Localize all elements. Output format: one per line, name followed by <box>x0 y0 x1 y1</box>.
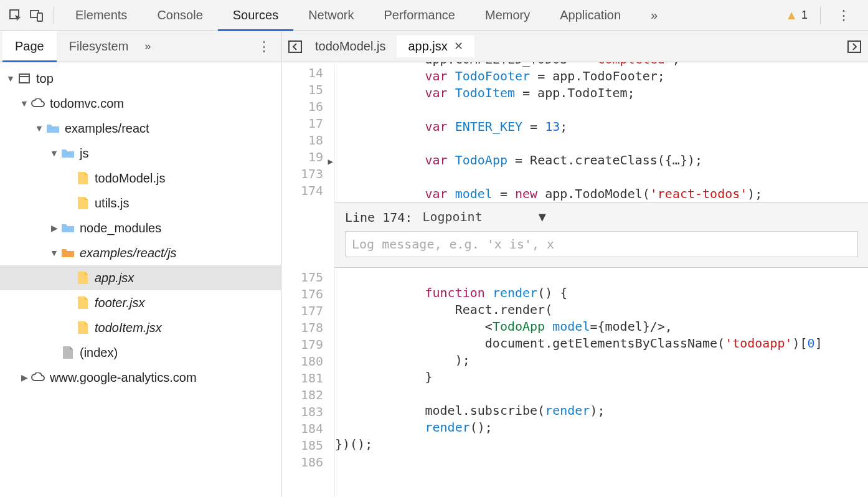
breakpoint-type-select[interactable]: Logpoint ▼ <box>422 209 545 225</box>
document-icon <box>60 346 76 359</box>
file-tree: ▼ top ▼ todomvc.com ▼ exa <box>0 62 281 497</box>
tree-label: app.jsx <box>95 271 134 285</box>
tab-network[interactable]: Network <box>293 0 369 31</box>
show-debugger-icon[interactable] <box>846 36 863 57</box>
tree-node-file[interactable]: todoItem.jsx <box>0 315 281 340</box>
svg-rect-3 <box>19 74 29 83</box>
cloud-icon <box>30 98 46 108</box>
warnings-badge[interactable]: ▲ 1 <box>785 8 808 22</box>
tree-label: examples/react/js <box>80 246 177 260</box>
frame-icon <box>16 72 32 85</box>
more-tabs-icon[interactable]: » <box>636 0 672 31</box>
disclosure-icon[interactable]: ▶ <box>49 223 60 233</box>
tree-node-folder[interactable]: ▼ js <box>0 141 281 166</box>
navigator-tab-filesystem[interactable]: Filesystem <box>57 31 141 62</box>
line-number[interactable]: 180 <box>281 353 323 370</box>
device-toggle-icon[interactable] <box>26 5 47 26</box>
tab-performance[interactable]: Performance <box>369 0 471 31</box>
tree-label: top <box>36 72 54 86</box>
line-number[interactable]: 16 <box>281 98 323 115</box>
logpoint-header: Line 174: Logpoint ▼ <box>345 209 858 225</box>
close-icon[interactable]: ✕ <box>454 39 463 53</box>
code-line: <TodoApp model={model}/>, <box>335 318 868 335</box>
tab-application[interactable]: Application <box>545 0 636 31</box>
tree-node-domain[interactable]: ▶ www.google-analytics.com <box>0 365 281 390</box>
line-number[interactable]: 14 <box>281 65 323 82</box>
line-number[interactable]: 181 <box>281 370 323 387</box>
code-line: var model = new app.TodoModel('react-tod… <box>335 186 868 202</box>
code-line <box>335 453 868 470</box>
line-number[interactable]: 177 <box>281 303 323 320</box>
logpoint-message-input[interactable] <box>345 231 858 257</box>
warning-count: 1 <box>801 9 808 22</box>
jsx-file-icon <box>75 321 91 334</box>
tree-node-file[interactable]: (index) <box>0 340 281 365</box>
line-number[interactable]: 175 <box>281 269 323 286</box>
breakpoint-type-value: Logpoint <box>422 209 482 224</box>
chevron-down-icon: ▼ <box>539 209 546 224</box>
line-number[interactable]: 182 <box>281 387 323 404</box>
sourcemap-folder-icon <box>60 247 76 258</box>
tree-node-file[interactable]: app.jsx <box>0 265 281 290</box>
tab-console[interactable]: Console <box>142 0 217 31</box>
tree-label: footer.jsx <box>95 296 144 310</box>
more-navigator-tabs-icon[interactable]: » <box>144 40 151 53</box>
line-number[interactable]: 183 <box>281 404 323 420</box>
tab-elements[interactable]: Elements <box>60 0 142 31</box>
navigator-menu-icon[interactable]: ⋮ <box>247 39 281 55</box>
line-number[interactable]: 178 <box>281 320 323 336</box>
code-line: function render() { <box>335 285 868 301</box>
toolbar-status-area: ▲ 1 ⋮ <box>785 7 863 24</box>
fold-icon[interactable]: ▶ <box>323 153 333 170</box>
code-line: app.COMPLETED_TODOS = 'completed'; <box>335 62 868 68</box>
tree-label: todoModel.js <box>95 171 165 186</box>
line-number[interactable]: 174 <box>281 182 323 199</box>
navigator-tabs: Page Filesystem » ⋮ <box>0 31 281 62</box>
line-number[interactable]: 185 <box>281 437 323 454</box>
tree-label: js <box>80 146 88 161</box>
line-number[interactable]: 15 <box>281 82 323 98</box>
line-number[interactable]: 18 <box>281 132 323 149</box>
disclosure-icon[interactable]: ▼ <box>49 248 60 258</box>
tab-sources[interactable]: Sources <box>218 0 293 31</box>
inspect-icon[interactable] <box>5 5 26 26</box>
file-tab-todomodel[interactable]: todoModel.js <box>304 36 397 57</box>
file-tab-app[interactable]: app.jsx ✕ <box>397 36 474 57</box>
line-number[interactable]: 186 <box>281 454 323 471</box>
disclosure-icon[interactable]: ▶ <box>19 372 30 382</box>
jsx-file-icon <box>75 296 91 310</box>
tree-node-file[interactable]: footer.jsx <box>0 290 281 315</box>
code-line: render(); <box>335 419 868 436</box>
navigator-tab-page[interactable]: Page <box>2 31 57 62</box>
line-number[interactable]: 179 <box>281 336 323 353</box>
settings-menu-icon[interactable]: ⋮ <box>833 7 854 24</box>
folder-icon <box>60 148 76 159</box>
tree-node-folder[interactable]: ▼ examples/react <box>0 116 281 141</box>
disclosure-icon[interactable]: ▼ <box>19 98 30 108</box>
line-number[interactable]: 184 <box>281 420 323 437</box>
tree-label: utils.js <box>95 196 130 211</box>
line-number[interactable]: 19▶ <box>281 149 323 166</box>
tree-node-folder[interactable]: ▶ node_modules <box>0 215 281 240</box>
tree-node-domain[interactable]: ▼ todomvc.com <box>0 91 281 116</box>
show-navigator-icon[interactable] <box>286 36 304 57</box>
js-file-icon <box>75 196 91 210</box>
code-line: })(); <box>335 436 868 453</box>
line-number[interactable]: 173 <box>281 166 323 182</box>
tab-memory[interactable]: Memory <box>470 0 545 31</box>
code-editor[interactable]: 14 15 16 17 18 19▶ 173 174 175 176 177 1… <box>281 62 868 497</box>
tree-node-file[interactable]: todoModel.js <box>0 166 281 191</box>
tree-node-file[interactable]: utils.js <box>0 191 281 215</box>
tree-node-folder[interactable]: ▼ examples/react/js <box>0 240 281 265</box>
tree-node-top[interactable]: ▼ top <box>0 66 281 91</box>
code-line: } <box>335 369 868 386</box>
line-number[interactable]: 17 <box>281 115 323 132</box>
warning-icon: ▲ <box>785 8 798 22</box>
disclosure-icon[interactable]: ▼ <box>5 73 16 83</box>
line-gutter[interactable]: 14 15 16 17 18 19▶ 173 174 175 176 177 1… <box>281 62 335 497</box>
code-line: ); <box>335 352 868 369</box>
code-body[interactable]: app.COMPLETED_TODOS = 'completed'; var T… <box>335 62 868 497</box>
line-number[interactable]: 176 <box>281 286 323 303</box>
disclosure-icon[interactable]: ▼ <box>34 123 45 133</box>
disclosure-icon[interactable]: ▼ <box>49 148 60 158</box>
